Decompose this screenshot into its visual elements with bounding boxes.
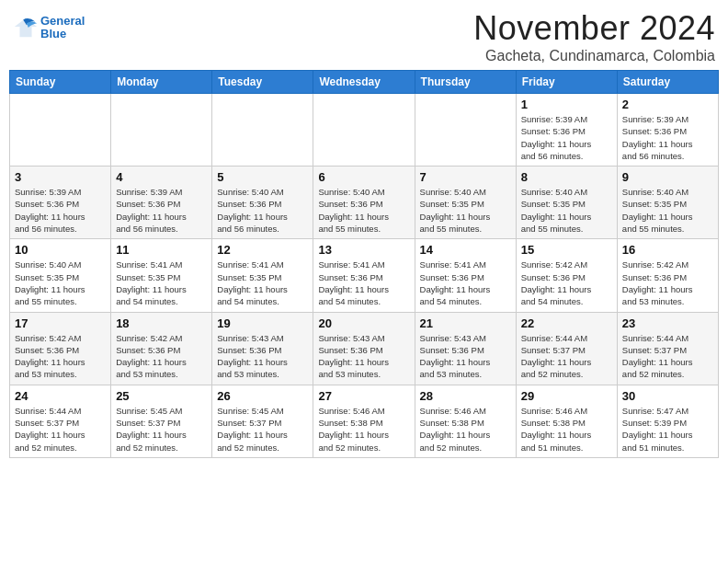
- day-number: 26: [217, 389, 308, 403]
- calendar-cell: 14Sunrise: 5:41 AM Sunset: 5:36 PM Dayli…: [415, 239, 516, 312]
- month-title: November 2024: [473, 9, 715, 48]
- calendar-cell: 5Sunrise: 5:40 AM Sunset: 5:36 PM Daylig…: [212, 167, 313, 239]
- calendar-header-thursday: Thursday: [415, 71, 516, 94]
- calendar-week-row: 10Sunrise: 5:40 AM Sunset: 5:35 PM Dayli…: [10, 239, 719, 312]
- day-number: 7: [420, 170, 511, 184]
- calendar-cell: [111, 94, 212, 167]
- day-number: 17: [15, 316, 106, 330]
- calendar-cell: 21Sunrise: 5:43 AM Sunset: 5:36 PM Dayli…: [415, 312, 516, 385]
- calendar-header-sunday: Sunday: [10, 71, 111, 94]
- logo-bird-icon: [13, 15, 39, 40]
- calendar-table: SundayMondayTuesdayWednesdayThursdayFrid…: [9, 70, 719, 458]
- calendar-cell: 1Sunrise: 5:39 AM Sunset: 5:36 PM Daylig…: [516, 94, 617, 167]
- calendar-cell: [10, 94, 111, 167]
- day-number: 4: [116, 170, 207, 184]
- day-info: Sunrise: 5:39 AM Sunset: 5:36 PM Dayligh…: [116, 186, 207, 235]
- day-info: Sunrise: 5:42 AM Sunset: 5:36 PM Dayligh…: [15, 332, 106, 381]
- day-info: Sunrise: 5:46 AM Sunset: 5:38 PM Dayligh…: [521, 405, 612, 454]
- day-number: 3: [15, 170, 106, 184]
- day-info: Sunrise: 5:41 AM Sunset: 5:35 PM Dayligh…: [217, 259, 308, 307]
- day-info: Sunrise: 5:45 AM Sunset: 5:37 PM Dayligh…: [116, 405, 207, 454]
- day-info: Sunrise: 5:41 AM Sunset: 5:36 PM Dayligh…: [318, 259, 409, 307]
- day-number: 1: [521, 98, 612, 111]
- day-number: 18: [116, 316, 207, 330]
- day-info: Sunrise: 5:39 AM Sunset: 5:36 PM Dayligh…: [622, 113, 713, 162]
- calendar-cell: [415, 94, 516, 167]
- day-info: Sunrise: 5:46 AM Sunset: 5:38 PM Dayligh…: [318, 405, 409, 454]
- day-info: Sunrise: 5:39 AM Sunset: 5:36 PM Dayligh…: [15, 186, 106, 235]
- day-number: 27: [318, 389, 409, 403]
- day-info: Sunrise: 5:43 AM Sunset: 5:36 PM Dayligh…: [318, 332, 409, 381]
- calendar-cell: 26Sunrise: 5:45 AM Sunset: 5:37 PM Dayli…: [212, 385, 313, 457]
- calendar-week-row: 17Sunrise: 5:42 AM Sunset: 5:36 PM Dayli…: [10, 312, 719, 385]
- calendar-cell: 7Sunrise: 5:40 AM Sunset: 5:35 PM Daylig…: [415, 167, 516, 239]
- calendar-cell: 3Sunrise: 5:39 AM Sunset: 5:36 PM Daylig…: [10, 167, 111, 239]
- calendar-header-wednesday: Wednesday: [313, 71, 415, 94]
- day-info: Sunrise: 5:44 AM Sunset: 5:37 PM Dayligh…: [521, 332, 612, 381]
- day-info: Sunrise: 5:40 AM Sunset: 5:35 PM Dayligh…: [622, 186, 713, 235]
- calendar-cell: 12Sunrise: 5:41 AM Sunset: 5:35 PM Dayli…: [212, 239, 313, 312]
- calendar-cell: 25Sunrise: 5:45 AM Sunset: 5:37 PM Dayli…: [111, 385, 212, 457]
- calendar-header-saturday: Saturday: [617, 71, 718, 94]
- calendar-cell: 2Sunrise: 5:39 AM Sunset: 5:36 PM Daylig…: [617, 94, 718, 167]
- day-number: 30: [622, 389, 713, 403]
- day-info: Sunrise: 5:41 AM Sunset: 5:35 PM Dayligh…: [116, 259, 207, 307]
- day-number: 5: [217, 170, 308, 184]
- calendar-cell: 4Sunrise: 5:39 AM Sunset: 5:36 PM Daylig…: [111, 167, 212, 239]
- calendar-cell: 22Sunrise: 5:44 AM Sunset: 5:37 PM Dayli…: [516, 312, 617, 385]
- day-number: 16: [622, 243, 713, 257]
- calendar-header-friday: Friday: [516, 71, 617, 94]
- page-header: General Blue November 2024 Gacheta, Cund…: [9, 9, 719, 64]
- day-info: Sunrise: 5:40 AM Sunset: 5:35 PM Dayligh…: [521, 186, 612, 235]
- day-info: Sunrise: 5:40 AM Sunset: 5:35 PM Dayligh…: [15, 259, 106, 307]
- day-info: Sunrise: 5:43 AM Sunset: 5:36 PM Dayligh…: [420, 332, 511, 381]
- calendar-cell: 10Sunrise: 5:40 AM Sunset: 5:35 PM Dayli…: [10, 239, 111, 312]
- calendar-cell: [313, 94, 415, 167]
- day-info: Sunrise: 5:42 AM Sunset: 5:36 PM Dayligh…: [622, 259, 713, 307]
- logo-text-blue: Blue: [40, 28, 85, 40]
- logo: General Blue: [13, 15, 85, 41]
- day-info: Sunrise: 5:44 AM Sunset: 5:37 PM Dayligh…: [15, 405, 106, 454]
- day-number: 20: [318, 316, 409, 330]
- location-title: Gacheta, Cundinamarca, Colombia: [473, 48, 715, 64]
- calendar-cell: 13Sunrise: 5:41 AM Sunset: 5:36 PM Dayli…: [313, 239, 415, 312]
- day-info: Sunrise: 5:40 AM Sunset: 5:36 PM Dayligh…: [217, 186, 308, 235]
- calendar-cell: 11Sunrise: 5:41 AM Sunset: 5:35 PM Dayli…: [111, 239, 212, 312]
- day-number: 13: [318, 243, 409, 257]
- day-number: 22: [521, 316, 612, 330]
- calendar-week-row: 1Sunrise: 5:39 AM Sunset: 5:36 PM Daylig…: [10, 94, 719, 167]
- day-info: Sunrise: 5:47 AM Sunset: 5:39 PM Dayligh…: [622, 405, 713, 454]
- day-number: 2: [622, 98, 713, 111]
- calendar-cell: 16Sunrise: 5:42 AM Sunset: 5:36 PM Dayli…: [617, 239, 718, 312]
- calendar-cell: 6Sunrise: 5:40 AM Sunset: 5:36 PM Daylig…: [313, 167, 415, 239]
- calendar-cell: 27Sunrise: 5:46 AM Sunset: 5:38 PM Dayli…: [313, 385, 415, 457]
- calendar-header-tuesday: Tuesday: [212, 71, 313, 94]
- day-info: Sunrise: 5:43 AM Sunset: 5:36 PM Dayligh…: [217, 332, 308, 381]
- calendar-cell: 20Sunrise: 5:43 AM Sunset: 5:36 PM Dayli…: [313, 312, 415, 385]
- logo-text: General: [40, 15, 85, 28]
- calendar-cell: 28Sunrise: 5:46 AM Sunset: 5:38 PM Dayli…: [415, 385, 516, 457]
- day-number: 12: [217, 243, 308, 257]
- calendar-cell: 30Sunrise: 5:47 AM Sunset: 5:39 PM Dayli…: [617, 385, 718, 457]
- title-block: November 2024 Gacheta, Cundinamarca, Col…: [473, 9, 715, 64]
- calendar-cell: 23Sunrise: 5:44 AM Sunset: 5:37 PM Dayli…: [617, 312, 718, 385]
- calendar-week-row: 24Sunrise: 5:44 AM Sunset: 5:37 PM Dayli…: [10, 385, 719, 457]
- day-info: Sunrise: 5:45 AM Sunset: 5:37 PM Dayligh…: [217, 405, 308, 454]
- calendar-cell: 29Sunrise: 5:46 AM Sunset: 5:38 PM Dayli…: [516, 385, 617, 457]
- calendar-cell: 8Sunrise: 5:40 AM Sunset: 5:35 PM Daylig…: [516, 167, 617, 239]
- calendar-cell: 15Sunrise: 5:42 AM Sunset: 5:36 PM Dayli…: [516, 239, 617, 312]
- day-info: Sunrise: 5:41 AM Sunset: 5:36 PM Dayligh…: [420, 259, 511, 307]
- day-number: 25: [116, 389, 207, 403]
- day-info: Sunrise: 5:42 AM Sunset: 5:36 PM Dayligh…: [521, 259, 612, 307]
- day-info: Sunrise: 5:46 AM Sunset: 5:38 PM Dayligh…: [420, 405, 511, 454]
- calendar-cell: [212, 94, 313, 167]
- day-number: 11: [116, 243, 207, 257]
- day-number: 21: [420, 316, 511, 330]
- day-info: Sunrise: 5:42 AM Sunset: 5:36 PM Dayligh…: [116, 332, 207, 381]
- day-number: 28: [420, 389, 511, 403]
- day-number: 23: [622, 316, 713, 330]
- day-info: Sunrise: 5:40 AM Sunset: 5:36 PM Dayligh…: [318, 186, 409, 235]
- day-number: 6: [318, 170, 409, 184]
- calendar-week-row: 3Sunrise: 5:39 AM Sunset: 5:36 PM Daylig…: [10, 167, 719, 239]
- day-info: Sunrise: 5:44 AM Sunset: 5:37 PM Dayligh…: [622, 332, 713, 381]
